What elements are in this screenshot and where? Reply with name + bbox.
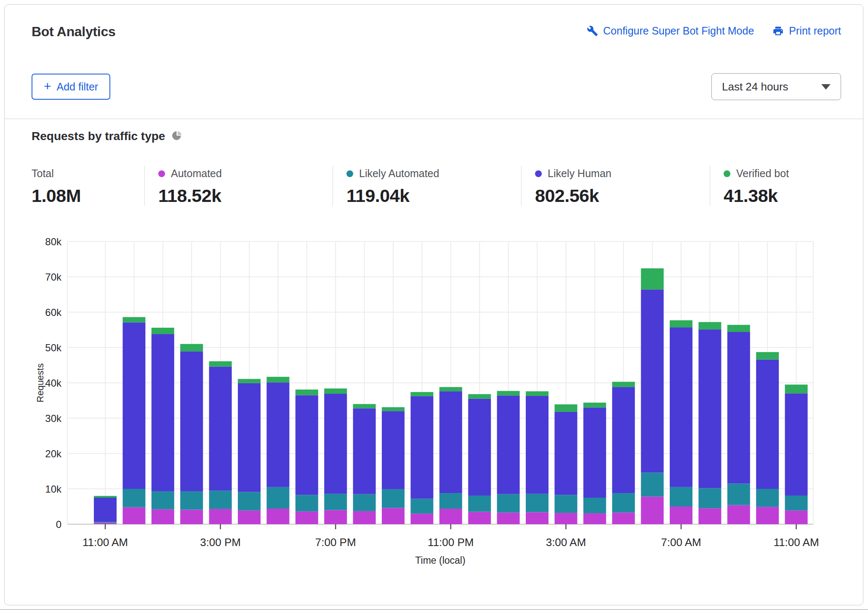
bar-segment: [670, 327, 692, 487]
bar-segment: [353, 494, 376, 511]
requests-chart: 010k20k30k40k50k60k70k80k11:00 AM3:00 PM…: [32, 232, 844, 567]
bar-segment: [180, 344, 203, 352]
chart-label: 10k: [45, 483, 62, 495]
stat-automated[interactable]: Automated 118.52k: [144, 166, 333, 206]
bar-segment: [439, 493, 462, 509]
bar-segment: [410, 396, 433, 499]
bar-segment: [698, 488, 721, 508]
chart-label: 0: [56, 519, 61, 530]
page-title: Bot Analytics: [32, 24, 115, 40]
bar-segment: [152, 509, 174, 524]
bar-segment: [670, 320, 692, 327]
bar-segment: [209, 361, 232, 367]
bar-segment: [238, 492, 261, 511]
bar-segment: [324, 494, 347, 510]
chart-label: 80k: [45, 236, 62, 247]
bar-segment: [152, 334, 174, 491]
bar-segment: [152, 328, 174, 334]
likely-human-legend-dot: [535, 170, 542, 177]
chart-label: Requests: [35, 363, 45, 403]
bar-segment: [612, 382, 635, 387]
page: { "header": { "title": "Bot Analytics", …: [0, 0, 868, 610]
bar-segment: [497, 512, 520, 524]
verified-bot-legend-dot: [724, 170, 730, 177]
bar-segment: [670, 507, 692, 524]
bar-segment: [353, 404, 376, 408]
stat-verified-bot-value: 41.38k: [724, 186, 841, 206]
bar-segment: [382, 508, 405, 524]
card-header: Bot Analytics Configure Super Bot Fight …: [5, 5, 863, 100]
bar-segment: [785, 510, 808, 524]
stat-verified-bot-label: Verified bot: [736, 167, 789, 180]
bar-segment: [526, 494, 548, 512]
bar-segment: [266, 382, 289, 487]
bar-segment: [641, 472, 664, 496]
chart-label: 3:00 AM: [546, 536, 586, 549]
bar-segment: [410, 499, 433, 514]
wrench-icon: [587, 25, 598, 37]
bar-segment: [554, 495, 577, 513]
bar-segment: [439, 391, 462, 493]
bar-segment: [641, 289, 664, 472]
bar-segment: [785, 385, 808, 393]
bar-segment: [497, 391, 520, 395]
bar-segment: [785, 496, 808, 510]
bar-segment: [468, 399, 491, 496]
bar-segment: [756, 360, 779, 489]
stat-total: Total 1.08M: [32, 166, 144, 206]
bar-segment: [583, 403, 606, 408]
add-filter-button[interactable]: + Add filter: [32, 74, 110, 100]
printer-icon: [772, 25, 784, 37]
stat-likely-human[interactable]: Likely Human 802.56k: [521, 166, 710, 206]
stat-likely-automated-label: Likely Automated: [359, 167, 439, 180]
bar-segment: [698, 322, 721, 330]
bar-segment: [94, 523, 117, 524]
bar-segment: [238, 379, 261, 383]
chart-label: 60k: [45, 307, 62, 318]
bar-segment: [94, 498, 117, 522]
stat-verified-bot[interactable]: Verified bot 41.38k: [710, 166, 841, 206]
chart-label: 11:00 PM: [428, 536, 474, 549]
chart-label: 70k: [45, 271, 62, 283]
bar-segment: [698, 329, 721, 488]
configure-link-label: Configure Super Bot Fight Mode: [603, 25, 754, 37]
chart-label: 7:00 PM: [315, 536, 356, 549]
stat-likely-automated[interactable]: Likely Automated 119.04k: [333, 166, 521, 206]
add-filter-label: Add filter: [57, 81, 99, 93]
bar-segment: [641, 496, 664, 524]
bar-segment: [526, 391, 548, 396]
bar-segment: [209, 491, 232, 509]
bar-segment: [122, 489, 145, 507]
bar-segment: [468, 394, 491, 399]
bar-segment: [756, 489, 779, 507]
bar-segment: [554, 412, 577, 495]
bar-segment: [612, 493, 635, 512]
time-range-select[interactable]: Last 24 hours: [711, 73, 841, 100]
bar-segment: [439, 387, 462, 391]
time-range-value: Last 24 hours: [722, 80, 788, 93]
bar-segment: [410, 392, 433, 396]
bar-segment: [122, 317, 145, 323]
bar-segment: [612, 387, 635, 493]
bar-segment: [94, 522, 117, 523]
bar-segment: [785, 393, 808, 496]
configure-super-bot-fight-mode-link[interactable]: Configure Super Bot Fight Mode: [587, 25, 754, 37]
pie-chart-icon: [172, 130, 182, 143]
bar-segment: [180, 351, 203, 491]
bar-segment: [94, 496, 117, 498]
bar-segment: [209, 366, 232, 491]
bar-segment: [382, 411, 405, 489]
bar-segment: [266, 377, 289, 382]
print-report-link[interactable]: Print report: [772, 25, 841, 37]
bar-segment: [324, 388, 347, 394]
bar-segment: [238, 510, 261, 524]
chart-label: 50k: [45, 342, 62, 353]
likely-automated-legend-dot: [346, 170, 353, 177]
bar-segment: [727, 325, 750, 332]
bar-segment: [353, 511, 376, 524]
bar-segment: [296, 390, 318, 395]
bar-segment: [382, 407, 405, 411]
card-body: Requests by traffic type Total 1.08M Aut…: [5, 100, 863, 568]
bar-segment: [410, 514, 433, 524]
bar-segment: [439, 509, 462, 524]
